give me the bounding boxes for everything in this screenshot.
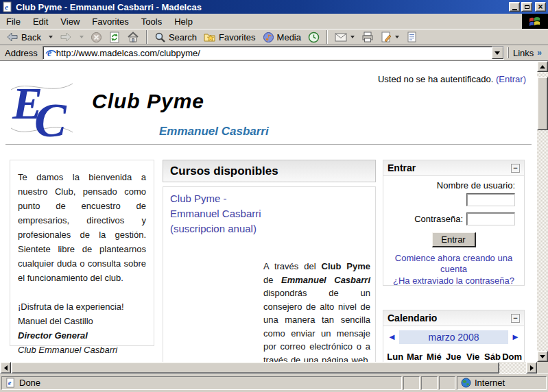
logo-letter-c: C — [34, 94, 67, 140]
menu-view[interactable]: View — [54, 14, 86, 29]
restore-button[interactable] — [521, 2, 532, 12]
close-icon: × — [538, 3, 543, 10]
chevron-down-icon — [49, 36, 53, 38]
refresh-icon — [109, 32, 120, 43]
back-dropdown[interactable] — [45, 35, 56, 39]
search-label: Search — [169, 32, 197, 42]
welcome-line-3: Director General — [18, 328, 146, 343]
home-button[interactable] — [123, 31, 143, 43]
address-field: e — [43, 46, 504, 60]
course-summary: A través del Club Pyme de Emmanuel Casba… — [263, 260, 370, 362]
svg-text:e: e — [5, 3, 8, 11]
horizontal-scrollbar[interactable] — [0, 362, 537, 373]
username-label: Nombre de usuario: — [437, 180, 515, 191]
edit-icon — [381, 32, 392, 42]
calendar-next-icon[interactable]: ► — [510, 332, 521, 343]
collapse-icon[interactable]: − — [511, 164, 520, 173]
menu-edit[interactable]: Edit — [27, 14, 54, 29]
minimize-button[interactable] — [509, 2, 520, 12]
window-title: Club Pyme - Emmanuel Casbarri - Madelcas — [13, 2, 509, 12]
welcome-line-2: Manuel del Castillo — [18, 314, 146, 328]
edit-button[interactable] — [377, 31, 403, 43]
back-icon — [6, 32, 19, 42]
chevron-right-icon: » — [537, 48, 542, 58]
calendar-prev-icon[interactable]: ◄ — [387, 332, 397, 343]
address-label: Address — [2, 48, 43, 58]
svg-text:e: e — [8, 379, 12, 387]
forward-button[interactable] — [56, 31, 75, 43]
discuss-button[interactable] — [403, 31, 420, 43]
back-label: Back — [21, 32, 41, 42]
links-toolbar[interactable]: Links » — [512, 48, 546, 58]
login-link[interactable]: (Entrar) — [496, 74, 526, 84]
login-submit-button[interactable]: Entrar — [432, 232, 476, 247]
refresh-button[interactable] — [106, 31, 123, 44]
address-dropdown-button[interactable] — [492, 47, 503, 59]
triangle-left-icon — [4, 365, 8, 371]
chevron-down-icon — [495, 51, 500, 55]
create-account-link[interactable]: Comience ahora creando una cuenta — [392, 253, 515, 275]
mail-button[interactable] — [331, 32, 358, 42]
menu-favorites[interactable]: Favorites — [86, 14, 134, 29]
toolbar-separator — [146, 30, 147, 44]
links-label: Links — [513, 48, 534, 58]
ec-logo: E C — [8, 75, 75, 140]
chevron-down-icon — [80, 36, 84, 38]
scroll-down-button[interactable] — [537, 351, 548, 362]
windows-flag-icon — [522, 14, 548, 29]
mail-icon — [335, 32, 347, 42]
back-button[interactable]: Back — [3, 31, 45, 43]
scroll-left-button[interactable] — [0, 362, 11, 373]
favorites-label: Favorites — [219, 32, 255, 42]
print-icon — [361, 32, 374, 42]
menu-help[interactable]: Help — [168, 14, 199, 29]
login-block-title: Entrar — [388, 162, 416, 173]
history-button[interactable] — [305, 31, 323, 44]
welcome-intro: Te damos la bienvenida a nuestro Club, p… — [18, 170, 146, 285]
vertical-scrollbar[interactable] — [537, 61, 548, 362]
links-grip[interactable] — [507, 47, 509, 58]
page-content: Usted no se ha autentificado. (Entrar) E… — [0, 61, 537, 362]
vertical-scroll-thumb[interactable] — [537, 77, 548, 130]
stop-button[interactable] — [87, 31, 106, 44]
status-pane — [439, 376, 455, 390]
chevron-down-icon — [395, 36, 399, 38]
password-label: Contraseña: — [414, 214, 463, 224]
home-icon — [127, 32, 139, 42]
chevron-down-icon — [350, 36, 355, 38]
triangle-down-icon — [540, 355, 545, 358]
calendar-day-header: Jue — [444, 352, 463, 362]
calendar-month-label[interactable]: marzo 2008 — [399, 330, 508, 344]
lost-password-link[interactable]: ¿Ha extraviado la contraseña? — [392, 275, 515, 286]
auth-note: Usted no se ha autentificado. — [378, 74, 493, 84]
media-button[interactable]: Media — [259, 31, 305, 44]
site-title: Club Pyme — [92, 90, 204, 113]
close-button[interactable]: × — [535, 2, 546, 12]
password-field[interactable] — [466, 212, 515, 225]
scroll-up-button[interactable] — [537, 61, 548, 72]
collapse-icon[interactable]: − — [511, 314, 520, 323]
menu-tools[interactable]: Tools — [135, 14, 168, 29]
address-input[interactable] — [56, 47, 492, 58]
calendar-day-header: Lun — [385, 352, 405, 362]
menu-file[interactable]: File — [0, 14, 27, 29]
horizontal-scroll-thumb[interactable] — [11, 362, 499, 373]
favorites-icon — [204, 32, 216, 42]
browser-window: e Club Pyme - Emmanuel Casbarri - Madelc… — [0, 0, 548, 392]
welcome-line-1: ¡Disfruta de la experiencia! — [18, 299, 146, 314]
calendar-day-header: Mié — [425, 352, 444, 362]
favorites-button[interactable]: Favorites — [200, 31, 259, 43]
stop-icon — [91, 32, 102, 43]
status-bar: e Done Internet — [0, 373, 548, 392]
courses-header: Cursos disponibles — [163, 160, 376, 182]
search-button[interactable]: Search — [151, 31, 200, 44]
print-button[interactable] — [358, 31, 377, 43]
restore-icon — [525, 5, 529, 9]
calendar-block-title: Calendario — [388, 313, 437, 323]
forward-dropdown[interactable] — [75, 35, 87, 39]
status-text: Done — [19, 378, 40, 388]
course-link[interactable]: Club Pyme - Emmanuel Casbarri (suscripci… — [170, 191, 278, 236]
scroll-right-button[interactable] — [526, 362, 537, 373]
toolbar-separator — [326, 30, 328, 44]
username-field[interactable] — [466, 193, 515, 206]
